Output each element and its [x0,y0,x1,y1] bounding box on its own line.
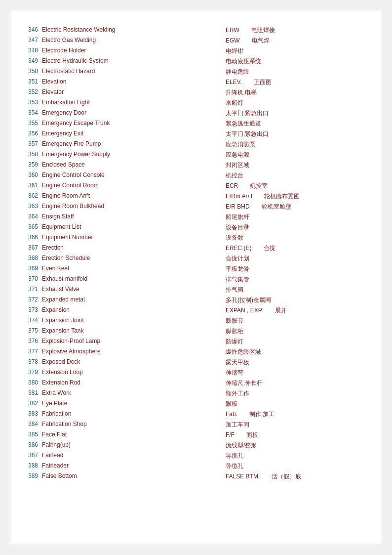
table-row: 357Emergency Fire Pump应急消防泵 [20,139,372,150]
table-row: 356Emergency Exit太平门,紧急出口 [20,129,372,139]
row-term: Embarkation Light [40,98,224,108]
table-row: 363Engine Room BulkheadE/R BHD 轮机室舱壁 [20,202,372,212]
row-term: Fabrication Shop [40,420,224,430]
row-term: Engine Control Console [40,171,224,181]
table-row: 380Extension Rod伸缩尺,伸长杆 [20,378,372,388]
row-abbr-chinese: 露天甲板 [224,357,372,368]
row-term: Expansion Tank [40,326,224,337]
table-row: 347Electro Gas WeldingEGW 电气焊 [20,36,372,46]
table-row: 349Electro-Hydraulic System电动液压系统 [20,56,372,67]
row-number: 373 [20,305,40,316]
row-number: 350 [20,67,40,77]
table-row: 379Extension Loop伸缩弯 [20,368,372,378]
table-row: 364Ensign Staff船尾旗杆 [20,212,372,222]
row-term: Extension Loop [40,368,224,378]
table-row: 385Face FlatF/F 面板 [20,430,372,440]
row-term: Fairlead [40,451,224,461]
table-row: 384Fabrication Shop加工车间 [20,420,372,430]
table-row: 354Emergency Door太平门,紧急出口 [20,108,372,119]
row-term: Expansion Joint [40,316,224,326]
row-term: Erection Schedule [40,254,224,264]
row-number: 356 [20,129,40,139]
table-row: 362Engine Room Arr'tE/Rm Arr't 轮机舱布置图 [20,191,372,202]
row-number: 388 [20,461,40,471]
row-number: 355 [20,119,40,129]
row-abbr-chinese: EXPAN , EXP. 展开 [224,305,372,316]
row-term: Ensign Staff [40,212,224,222]
row-term: Exhaust manifold [40,274,224,285]
row-number: 369 [20,264,40,274]
row-term: Explosive Atmosphere [40,347,224,357]
table-row: 374Expansion Joint膨胀节 [20,316,372,326]
row-abbr-chinese: 导缆孔 [224,461,372,471]
row-term: Emergency Fire Pump [40,139,224,150]
row-term: Exposed Deck [40,357,224,368]
row-abbr-chinese: 静电危险 [224,67,372,77]
row-abbr-chinese: 设备目录 [224,222,372,233]
row-number: 365 [20,222,40,233]
row-term: Emergency Escape Trunk [40,119,224,129]
table-row: 389False BottomFALSE BTM. 活（假）底 [20,471,372,482]
row-number: 375 [20,326,40,337]
row-abbr-chinese: 眼板 [224,399,372,409]
row-abbr-chinese: 额外工作 [224,388,372,399]
table-row: 376Explosion-Proof Lamp防爆灯 [20,337,372,347]
row-number: 352 [20,87,40,98]
table-row: 383FabricationFab. 制作,加工 [20,409,372,420]
row-term: Fabrication [40,409,224,420]
table-row: 366Equipment Number设备数 [20,233,372,243]
row-abbr-chinese: 设备数 [224,233,372,243]
row-term: Elevation [40,77,224,87]
row-term: Expansion [40,305,224,316]
row-number: 376 [20,337,40,347]
row-abbr-chinese: EGW 电气焊 [224,36,372,46]
table-row: 359Enclosed Space封闭区域 [20,160,372,171]
table-row: 360Engine Control Console机控台 [20,171,372,181]
row-abbr-chinese: 太平门,紧急出口 [224,108,372,119]
row-abbr-chinese: 导缆孔 [224,451,372,461]
row-number: 359 [20,160,40,171]
row-term: Emergency Power Supply [40,150,224,160]
row-number: 358 [20,150,40,160]
row-term: Emergency Exit [40,129,224,139]
row-number: 363 [20,202,40,212]
row-number: 349 [20,56,40,67]
row-term: Electro-Hydraulic System [40,56,224,67]
row-term: Fairing(up) [40,440,224,451]
row-number: 354 [20,108,40,119]
row-abbr-chinese: 排气集管 [224,274,372,285]
row-number: 379 [20,368,40,378]
table-row: 375Expansion Tank膨胀柜 [20,326,372,337]
table-row: 365Equipment List设备目录 [20,222,372,233]
row-term: Erection [40,243,224,254]
row-number: 351 [20,77,40,87]
row-term: Exhaust Valve [40,285,224,295]
row-abbr-chinese: 应急消防泵 [224,139,372,150]
row-number: 372 [20,295,40,305]
row-abbr-chinese: 伸缩弯 [224,368,372,378]
row-number: 387 [20,451,40,461]
row-abbr-chinese: 船尾旗杆 [224,212,372,222]
table-row: 382Eye Plate眼板 [20,399,372,409]
row-abbr-chinese: 排气阀 [224,285,372,295]
row-term: Expanded metal [40,295,224,305]
table-row: 350Electrostatic Hazard静电危险 [20,67,372,77]
row-abbr-chinese: 加工车间 [224,420,372,430]
row-number: 362 [20,191,40,202]
table-row: 368Erection Schedule合拢计划 [20,254,372,264]
page-container: 346Electric Resistance WeldingERW 电阻焊接34… [10,10,382,545]
row-term: Engine Room Bulkhead [40,202,224,212]
table-row: 373ExpansionEXPAN , EXP. 展开 [20,305,372,316]
row-number: 385 [20,430,40,440]
row-number: 380 [20,378,40,388]
row-term: Electro Gas Welding [40,36,224,46]
table-row: 388Fairleader导缆孔 [20,461,372,471]
row-number: 357 [20,139,40,150]
row-abbr-chinese: 电动液压系统 [224,56,372,67]
table-row: 352Elevator升降机,电梯 [20,87,372,98]
table-row: 369Even Keel平板龙骨 [20,264,372,274]
row-term: Extension Rod [40,378,224,388]
row-abbr-chinese: 升降机,电梯 [224,87,372,98]
row-number: 382 [20,399,40,409]
row-abbr-chinese: 膨胀节 [224,316,372,326]
